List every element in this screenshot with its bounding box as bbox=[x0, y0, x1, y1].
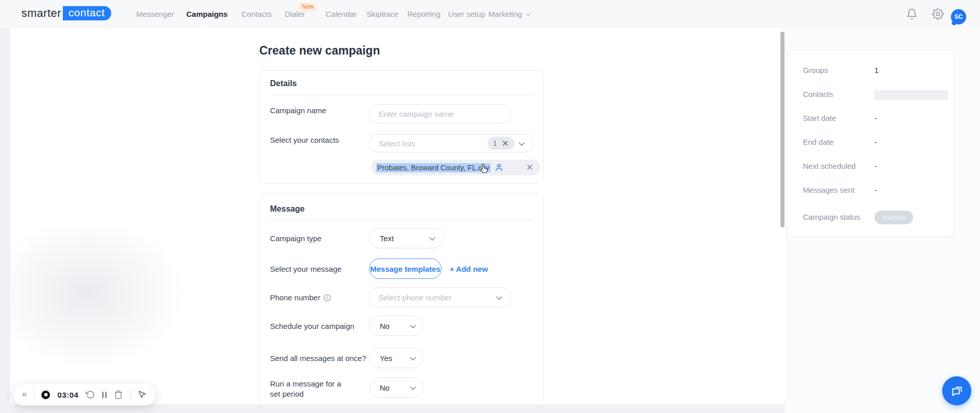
select-lists-dropdown[interactable]: Select lists 1 ✕ bbox=[369, 134, 533, 152]
nav-item-marketing-label: Marketing bbox=[488, 10, 522, 18]
run-period-dropdown[interactable]: No bbox=[369, 377, 423, 398]
recording-timer: 03:04 bbox=[57, 391, 78, 399]
chevron-down-icon bbox=[410, 384, 415, 390]
nav-item-marketing[interactable]: Marketing bbox=[488, 0, 529, 28]
remove-list-icon[interactable]: ✕ bbox=[526, 162, 533, 173]
collapse-chevrons-icon[interactable]: « bbox=[22, 389, 27, 399]
campaign-name-input-wrap bbox=[369, 104, 511, 123]
main-content-panel: Create new campaign Details Campaign nam… bbox=[10, 28, 780, 404]
campaign-name-input[interactable] bbox=[370, 110, 510, 118]
select-lists-placeholder: Select lists bbox=[370, 139, 487, 148]
nav-item-reporting[interactable]: Reporting bbox=[407, 0, 440, 28]
scrollbar-track[interactable] bbox=[780, 28, 785, 404]
chevron-down-icon bbox=[526, 11, 531, 16]
screen-recorder-toolbar: « 03:04 bbox=[13, 384, 156, 405]
schedule-dropdown[interactable]: No bbox=[369, 316, 423, 336]
live-chat-button[interactable] bbox=[942, 376, 971, 405]
chevron-down-icon bbox=[429, 235, 435, 240]
summary-value-messages-sent: - bbox=[874, 186, 877, 194]
top-navigation: smarter contact Messenger Campaigns Cont… bbox=[0, 0, 980, 28]
nav-item-messenger[interactable]: Messenger bbox=[136, 0, 174, 28]
new-badge: New bbox=[298, 3, 317, 11]
send-all-value: Yes bbox=[370, 354, 411, 363]
brand-word-smarter: smarter bbox=[21, 7, 61, 20]
summary-value-start-date: - bbox=[874, 114, 877, 122]
user-avatar[interactable]: SC bbox=[951, 9, 966, 24]
clear-selection-icon[interactable]: ✕ bbox=[502, 139, 509, 148]
summary-value-end-date: - bbox=[874, 138, 877, 146]
selected-list-item[interactable]: Probates, Broward County, FL.csv ✕ bbox=[371, 160, 541, 175]
campaign-name-label: Campaign name bbox=[270, 106, 326, 116]
nav-item-campaigns[interactable]: Campaigns bbox=[186, 0, 228, 28]
delete-recording-icon[interactable] bbox=[114, 390, 123, 399]
phone-number-label-text: Phone number bbox=[270, 293, 320, 302]
campaign-status-badge: Inactive bbox=[874, 211, 913, 224]
details-card: Details Campaign name Select your contac… bbox=[259, 70, 544, 184]
stop-record-button[interactable] bbox=[41, 391, 50, 399]
summary-label-messages-sent: Messages sent bbox=[803, 186, 854, 194]
send-all-label: Send all messages at once? bbox=[270, 353, 366, 364]
summary-label-start-date: Start date bbox=[803, 114, 836, 122]
page-title: Create new campaign bbox=[259, 44, 380, 58]
nav-item-user-setup[interactable]: User setup bbox=[448, 0, 485, 28]
nav-item-contacts[interactable]: Contacts bbox=[241, 0, 272, 28]
message-templates-button[interactable]: Message templates bbox=[369, 259, 442, 279]
brand-word-contact: contact bbox=[63, 6, 111, 20]
chevron-down-icon bbox=[410, 322, 415, 328]
divider bbox=[130, 390, 131, 400]
summary-value-groups: 1 bbox=[874, 66, 878, 74]
campaign-summary-card: Groups 1 Contacts Start date - End date … bbox=[787, 49, 954, 237]
run-period-value: No bbox=[370, 383, 411, 392]
settings-gear-icon[interactable] bbox=[932, 8, 944, 20]
summary-value-next-scheduled: - bbox=[874, 162, 877, 170]
brand-logo[interactable]: smarter contact bbox=[21, 6, 111, 20]
select-message-label: Select your message bbox=[270, 264, 341, 274]
chevron-down-icon bbox=[519, 140, 524, 145]
details-card-title: Details bbox=[270, 79, 297, 88]
nav-item-calendar[interactable]: Calendar bbox=[326, 0, 357, 28]
background-shadow-blob bbox=[10, 212, 194, 375]
add-new-link[interactable]: + Add new bbox=[450, 259, 488, 279]
summary-label-end-date: End date bbox=[803, 138, 834, 146]
selected-count: 1 bbox=[493, 139, 497, 147]
run-period-label: Run a message for a set period bbox=[270, 379, 352, 399]
notifications-bell-icon[interactable] bbox=[906, 8, 918, 20]
chevron-down-icon bbox=[410, 354, 415, 360]
campaign-type-value: Text bbox=[370, 234, 430, 243]
summary-label-contacts: Contacts bbox=[803, 90, 833, 98]
message-divider bbox=[270, 220, 533, 220]
message-card-title: Message bbox=[270, 204, 305, 214]
selected-list-name: Probates, Broward County, FL.csv bbox=[376, 163, 491, 172]
summary-label-groups: Groups bbox=[803, 66, 828, 74]
selected-count-chip[interactable]: 1 ✕ bbox=[487, 137, 514, 150]
summary-label-next-scheduled: Next scheduled bbox=[803, 162, 855, 170]
contacts-person-icon bbox=[495, 163, 503, 172]
schedule-value: No bbox=[370, 322, 411, 330]
campaign-type-dropdown[interactable]: Text bbox=[369, 228, 444, 248]
campaign-type-label: Campaign type bbox=[270, 234, 322, 244]
phone-number-dropdown[interactable]: Select phone number bbox=[369, 287, 511, 307]
nav-item-skiptrace[interactable]: Skiptrace bbox=[366, 0, 399, 28]
select-contacts-label: Select your contacts bbox=[270, 135, 339, 145]
phone-number-placeholder: Select phone number bbox=[370, 293, 497, 302]
send-all-dropdown[interactable]: Yes bbox=[369, 348, 423, 368]
chevron-down-icon bbox=[496, 294, 502, 299]
divider bbox=[34, 390, 34, 400]
cursor-tool-icon[interactable] bbox=[138, 390, 147, 399]
restart-recording-icon[interactable] bbox=[86, 390, 95, 399]
summary-label-campaign-status: Campaign status bbox=[803, 213, 861, 221]
info-icon[interactable] bbox=[323, 294, 331, 302]
scrollbar-thumb[interactable] bbox=[780, 32, 785, 227]
contacts-loading-skeleton bbox=[874, 90, 948, 100]
phone-number-label: Phone number bbox=[270, 293, 331, 303]
schedule-label: Schedule your campaign bbox=[270, 321, 354, 331]
app-root: Create new campaign Details Campaign nam… bbox=[0, 0, 980, 413]
message-card: Message Campaign type Text Select your m… bbox=[259, 194, 544, 404]
pause-recording-icon[interactable] bbox=[102, 392, 107, 398]
details-divider bbox=[270, 95, 533, 95]
